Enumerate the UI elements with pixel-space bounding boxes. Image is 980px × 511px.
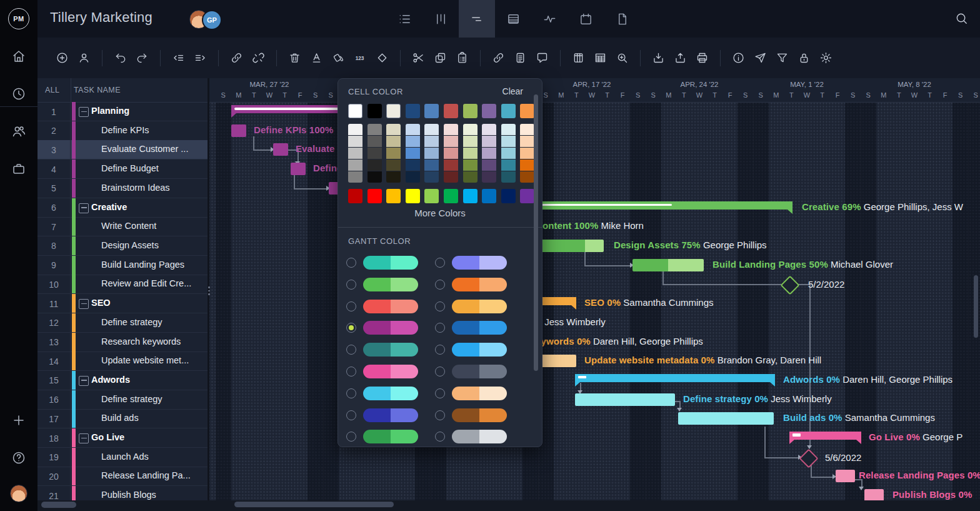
standard-color-swatch[interactable] — [406, 189, 420, 203]
dialog-scrollbar[interactable] — [534, 94, 538, 371]
tab-gantt-view[interactable] — [459, 0, 495, 38]
shade-swatch[interactable] — [348, 136, 362, 147]
add-new-icon[interactable] — [11, 413, 26, 428]
standard-color-swatch[interactable] — [348, 189, 362, 203]
shade-swatch[interactable] — [348, 124, 362, 135]
shade-swatch[interactable] — [348, 171, 362, 183]
shade-swatch[interactable] — [386, 124, 401, 135]
pm-logo[interactable]: PM — [8, 8, 29, 29]
shade-swatch[interactable] — [348, 159, 362, 171]
shade-swatch[interactable] — [424, 124, 439, 135]
toolbar-attach-link-button[interactable] — [488, 47, 509, 69]
standard-color-swatch[interactable] — [424, 189, 439, 203]
gantt-task-bar[interactable] — [864, 489, 884, 500]
standard-color-swatch[interactable] — [444, 189, 458, 203]
shade-swatch[interactable] — [463, 136, 478, 147]
toolbar-unlink-tasks-button[interactable] — [248, 47, 269, 69]
toolbar-assign-user-button[interactable] — [73, 47, 95, 69]
gantt-color-option[interactable] — [338, 300, 543, 313]
gantt-task-bar[interactable] — [273, 143, 288, 156]
cell-color-swatch[interactable] — [501, 104, 516, 118]
toolbar-cell-color-button[interactable] — [328, 47, 349, 69]
table-hscroll-thumb[interactable] — [41, 502, 76, 508]
shade-swatch[interactable] — [444, 148, 458, 159]
task-row[interactable]: 4Define Budget — [38, 159, 208, 179]
task-row[interactable]: 5Brainstorm Ideas — [38, 179, 208, 198]
shade-swatch[interactable] — [368, 171, 382, 183]
shade-swatch[interactable] — [348, 148, 362, 159]
shade-swatch[interactable] — [444, 136, 458, 147]
gantt-task-bar[interactable] — [575, 393, 675, 406]
toolbar-filter-button[interactable] — [771, 47, 793, 69]
cell-color-swatch[interactable] — [386, 104, 401, 118]
gantt-color-swatch[interactable] — [452, 300, 507, 313]
tab-calendar-view[interactable] — [568, 0, 604, 38]
gantt-color-radio[interactable] — [435, 301, 445, 311]
task-row[interactable]: 8Design Assets — [38, 236, 208, 256]
gantt-color-swatch[interactable] — [452, 387, 507, 400]
toolbar-settings-button[interactable] — [815, 47, 837, 69]
task-row[interactable]: 9Build Landing Pages — [38, 256, 208, 275]
task-row[interactable]: 20Release Landing Pa... — [38, 467, 208, 486]
gantt-color-option[interactable] — [338, 278, 543, 291]
tab-board-view[interactable] — [422, 0, 459, 38]
gantt-task-bar[interactable] — [632, 259, 704, 271]
collapse-icon[interactable] — [79, 299, 89, 309]
gantt-task-bar[interactable] — [678, 412, 774, 425]
shade-swatch[interactable] — [482, 136, 496, 147]
gantt-color-option[interactable] — [338, 256, 543, 270]
shade-swatch[interactable] — [444, 159, 458, 171]
standard-color-swatch[interactable] — [386, 189, 401, 203]
gantt-color-swatch[interactable] — [452, 343, 507, 357]
shade-swatch[interactable] — [406, 159, 420, 171]
toolbar-lock-button[interactable] — [793, 47, 815, 69]
member-avatar-2[interactable]: GP — [202, 10, 222, 30]
shade-swatch[interactable] — [520, 124, 534, 135]
portfolio-icon[interactable] — [11, 161, 26, 176]
column-header-all[interactable]: ALL — [45, 86, 59, 94]
task-row[interactable]: 13Research keywords — [38, 333, 208, 352]
recent-icon[interactable] — [11, 86, 26, 101]
tab-list-view[interactable] — [386, 0, 422, 38]
shade-swatch[interactable] — [482, 171, 496, 183]
gantt-color-radio[interactable] — [435, 345, 445, 355]
shade-swatch[interactable] — [444, 171, 458, 183]
gantt-color-radio[interactable] — [435, 323, 445, 333]
toolbar-milestone-button[interactable] — [371, 47, 393, 69]
collapse-icon[interactable] — [79, 376, 89, 386]
shade-swatch[interactable] — [406, 148, 420, 159]
gantt-color-option[interactable] — [338, 365, 543, 378]
toolbar-copy-button[interactable] — [429, 47, 451, 69]
tab-sheet-view[interactable] — [495, 0, 531, 38]
task-row[interactable]: 3Evaluate Customer ... — [38, 140, 208, 159]
shade-swatch[interactable] — [520, 136, 534, 147]
toolbar-font-style-button[interactable] — [306, 47, 328, 69]
gantt-summary-bar[interactable] — [789, 432, 861, 440]
task-row[interactable]: 1Planning — [38, 102, 208, 121]
toolbar-link-tasks-button[interactable] — [226, 47, 248, 69]
cell-color-swatch[interactable] — [463, 104, 478, 118]
gantt-color-swatch[interactable] — [452, 321, 507, 335]
toolbar-outdent-button[interactable] — [168, 47, 189, 69]
shade-swatch[interactable] — [406, 124, 420, 135]
home-icon[interactable] — [11, 49, 26, 64]
gantt-color-option[interactable] — [338, 343, 543, 357]
toolbar-add-task-button[interactable] — [51, 47, 73, 69]
task-row[interactable]: 12Define strategy — [38, 313, 208, 333]
task-row[interactable]: 21Publish Blogs — [38, 486, 208, 500]
gantt-color-radio[interactable] — [435, 410, 445, 420]
standard-color-swatch[interactable] — [520, 189, 534, 203]
gantt-color-swatch[interactable] — [452, 256, 507, 270]
shade-swatch[interactable] — [406, 171, 420, 183]
shade-swatch[interactable] — [368, 159, 382, 171]
gantt-hscroll-thumb[interactable] — [234, 502, 394, 507]
collapse-icon[interactable] — [79, 203, 89, 213]
gantt-vscroll-thumb[interactable] — [974, 275, 978, 338]
gantt-task-bar[interactable] — [836, 470, 855, 482]
gantt-color-radio[interactable] — [435, 367, 445, 377]
toolbar-share-button[interactable] — [749, 47, 771, 69]
shade-swatch[interactable] — [368, 148, 382, 159]
task-row[interactable]: 18Go Live — [38, 428, 208, 448]
collapse-icon[interactable] — [79, 107, 89, 117]
toolbar-redo-button[interactable] — [131, 47, 153, 69]
